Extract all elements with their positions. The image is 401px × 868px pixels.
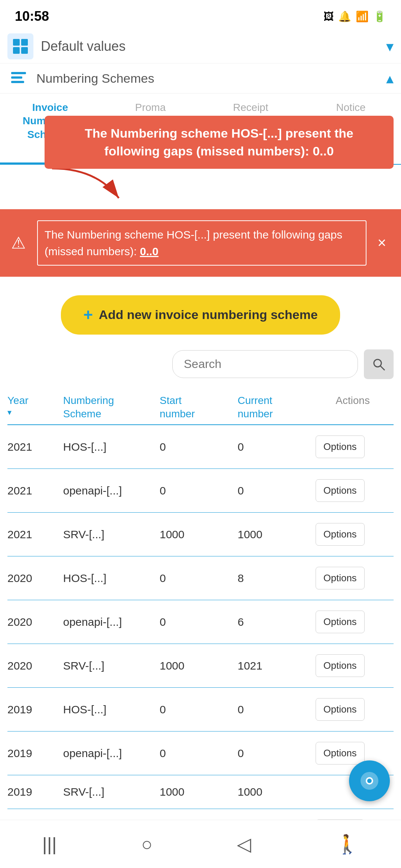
td-action: Options <box>316 567 390 589</box>
nav-menu-button[interactable]: ||| <box>35 826 64 862</box>
nav-person-button[interactable]: 🚶 <box>328 826 366 862</box>
alert-text-inner: The Numbering scheme HOS-[...] present t… <box>37 220 366 266</box>
svg-rect-6 <box>11 81 24 83</box>
nav-back-button[interactable]: ◁ <box>229 826 258 862</box>
td-year: 2019 <box>7 747 59 760</box>
section-header-chevron-up[interactable]: ▴ <box>386 70 394 87</box>
table-row: 2020 SRV-[...] 1000 1021 Options <box>7 644 394 688</box>
td-start: 1000 <box>160 528 234 541</box>
svg-point-12 <box>367 779 372 783</box>
options-button[interactable]: Options <box>316 742 365 765</box>
td-scheme: SRV-[...] <box>63 786 156 798</box>
alert-close-button[interactable]: × <box>374 234 390 251</box>
table-row: 2020 HOS-[...] 0 8 Options <box>7 556 394 600</box>
td-year: 2020 <box>7 616 59 628</box>
table-row: 2019 SRV-[...] 1000 1000 <box>7 775 394 809</box>
top-nav-chevron-down[interactable]: ▾ <box>386 38 394 55</box>
td-start: 0 <box>160 572 234 585</box>
th-actions: Actions <box>316 394 390 421</box>
td-current: 1000 <box>238 528 312 541</box>
top-nav: Default values ▾ <box>0 30 401 63</box>
td-year: 2021 <box>7 528 59 541</box>
td-current: 1000 <box>238 786 312 798</box>
options-button[interactable]: Options <box>316 611 365 633</box>
alert-warning-icon: ⚠ <box>11 233 30 252</box>
svg-rect-3 <box>21 47 28 54</box>
td-action: Options <box>316 654 390 677</box>
table-row: 2019 openapi-[...] 0 0 Options <box>7 731 394 775</box>
td-year: 2020 <box>7 572 59 585</box>
td-action: Options <box>316 435 390 458</box>
add-invoice-label: Add new invoice numbering scheme <box>99 308 317 322</box>
search-container <box>0 346 401 390</box>
td-start: 0 <box>160 441 234 453</box>
top-nav-icon <box>7 33 33 59</box>
td-scheme: SRV-[...] <box>63 528 156 541</box>
td-start: 0 <box>160 703 234 716</box>
table-container: Year ▾ NumberingScheme Startnumber Curre… <box>0 390 401 853</box>
year-sort-icon: ▾ <box>7 407 59 418</box>
td-action: Options <box>316 698 390 721</box>
arrow-container <box>0 165 401 209</box>
td-year: 2021 <box>7 484 59 497</box>
td-start: 0 <box>160 747 234 760</box>
td-scheme: openapi-[...] <box>63 484 156 497</box>
td-current: 0 <box>238 747 312 760</box>
svg-rect-2 <box>13 47 20 54</box>
td-scheme: openapi-[...] <box>63 747 156 760</box>
chat-fab[interactable] <box>349 760 390 801</box>
td-current: 0 <box>238 441 312 453</box>
signal-icon: 📶 <box>356 10 369 23</box>
alert-message-text: The Numbering scheme HOS-[...] present t… <box>45 228 342 257</box>
table-row: 2021 openapi-[...] 0 0 Options <box>7 469 394 513</box>
add-button-container: + Add new invoice numbering scheme <box>0 277 401 346</box>
tooltip-popup: The Numbering scheme HOS-[...] present t… <box>45 116 394 169</box>
options-button[interactable]: Options <box>316 698 365 721</box>
td-current: 6 <box>238 616 312 628</box>
options-button[interactable]: Options <box>316 435 365 458</box>
td-current: 1021 <box>238 660 312 672</box>
svg-rect-4 <box>11 72 26 74</box>
section-header-title[interactable]: Numbering Schemes <box>36 71 386 86</box>
alert-banner: ⚠ The Numbering scheme HOS-[...] present… <box>0 209 401 277</box>
td-scheme: HOS-[...] <box>63 572 156 585</box>
section-header: Numbering Schemes ▴ <box>0 63 401 93</box>
td-scheme: HOS-[...] <box>63 703 156 716</box>
search-button[interactable] <box>364 349 394 379</box>
td-current: 8 <box>238 572 312 585</box>
td-start: 1000 <box>160 660 234 672</box>
plus-icon: + <box>83 306 93 324</box>
options-button[interactable]: Options <box>316 567 365 589</box>
td-start: 1000 <box>160 786 234 798</box>
alert-link[interactable]: 0..0 <box>140 245 159 257</box>
status-icons: 🖼 🔔 📶 🔋 <box>323 10 386 23</box>
th-current-number: Currentnumber <box>238 394 312 421</box>
chat-icon <box>359 771 380 791</box>
table-row: 2020 openapi-[...] 0 6 Options <box>7 600 394 644</box>
nav-home-button[interactable]: ○ <box>134 826 160 862</box>
top-nav-title[interactable]: Default values <box>41 39 386 54</box>
td-year: 2021 <box>7 441 59 453</box>
td-scheme: openapi-[...] <box>63 616 156 628</box>
options-button[interactable]: Options <box>316 479 365 502</box>
search-icon <box>371 357 386 372</box>
td-year: 2020 <box>7 660 59 672</box>
td-year: 2019 <box>7 703 59 716</box>
add-invoice-button[interactable]: + Add new invoice numbering scheme <box>61 295 340 335</box>
options-button[interactable]: Options <box>316 654 365 677</box>
options-button[interactable]: Options <box>316 523 365 546</box>
th-year[interactable]: Year ▾ <box>7 394 59 421</box>
th-numbering-scheme: NumberingScheme <box>63 394 156 421</box>
svg-line-9 <box>380 366 385 370</box>
status-time: 10:58 <box>15 9 49 24</box>
tabs-section: The Numbering scheme HOS-[...] present t… <box>0 93 401 209</box>
td-scheme: SRV-[...] <box>63 660 156 672</box>
table-row: 2019 HOS-[...] 0 0 Options <box>7 688 394 731</box>
td-start: 0 <box>160 616 234 628</box>
search-input[interactable] <box>172 350 358 378</box>
td-year: 2019 <box>7 786 59 798</box>
td-current: 0 <box>238 703 312 716</box>
section-header-icon <box>7 67 30 89</box>
td-start: 0 <box>160 484 234 497</box>
tooltip-text: The Numbering scheme HOS-[...] present t… <box>85 126 353 158</box>
